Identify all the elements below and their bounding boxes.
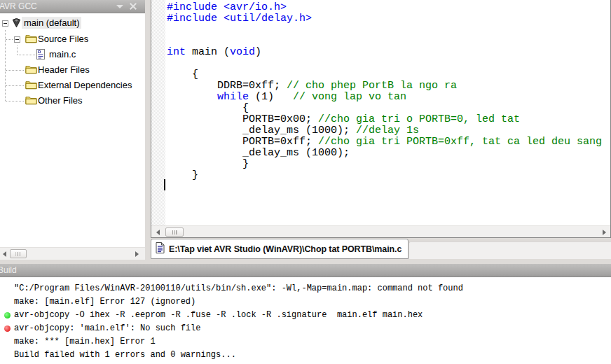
scroll-left-icon[interactable] (3, 251, 6, 257)
scrollbar-thumb[interactable] (10, 249, 27, 258)
status-error-icon (4, 326, 11, 332)
tree-item-label: External Dependencies (36, 79, 134, 91)
code-line: #include <util/delay.h> (167, 13, 610, 24)
code-editor[interactable]: #include <avr/io.h>#include <util/delay.… (165, 0, 610, 225)
tree-item-main-c[interactable]: main.c (0, 47, 145, 62)
code-line: PORTB=0x00; //cho gia tri o PORTB=0, led… (167, 114, 610, 125)
tree-item-source-files[interactable]: Source Files (0, 31, 145, 47)
build-output-line: "C:/Program Files/WinAVR-20100110/utils/… (0, 282, 611, 295)
editor-hscrollbar[interactable] (151, 225, 610, 237)
tree-item-label: main (default) (22, 17, 81, 29)
text-caret (164, 179, 165, 190)
tree-item-header-files[interactable]: Header Files (0, 62, 145, 78)
code-line (167, 24, 610, 36)
build-panel-title: Build (0, 265, 17, 275)
build-output-text: "C:/Program Files/WinAVR-20100110/utils/… (14, 284, 463, 293)
code-line: #include <avr/io.h> (167, 2, 610, 13)
close-icon[interactable] (130, 3, 138, 10)
code-line: } (167, 159, 610, 170)
build-panel-header: Build (0, 264, 611, 277)
scrollbar-thumb[interactable] (165, 227, 184, 237)
tree-item-other-files[interactable]: Other Files (0, 93, 145, 108)
tree-item-label: Source Files (36, 33, 90, 45)
code-line (167, 36, 610, 47)
tree-item-label: main.c (47, 48, 78, 60)
status-ok-icon (4, 312, 11, 318)
project-panel-header: AVR GCC (0, 0, 145, 13)
expander-minus-icon[interactable] (2, 20, 8, 27)
code-line: _delay_ms (1000); (167, 148, 610, 159)
code-line (167, 58, 610, 69)
document-icon (156, 242, 165, 255)
code-line: PORTB=0xff; //cho gia tri PORTB=0xff, ta… (167, 136, 610, 148)
tab-strip-background (409, 241, 611, 259)
tree-item-label: Header Files (36, 64, 92, 76)
expander-minus-icon[interactable] (14, 36, 20, 43)
scroll-right-icon[interactable] (135, 251, 139, 257)
build-output-line: avr-objcopy -O ihex -R .eeprom -R .fuse … (0, 309, 611, 322)
build-output-line: avr-objcopy: 'main.elf': No such file (0, 322, 611, 335)
code-line: { (167, 103, 610, 114)
build-output-line: make: [main.elf] Error 127 (ignored) (0, 295, 611, 309)
tree-item-label: Other Files (36, 94, 85, 106)
editor-tab-row: E:\Tap viet AVR Studio (WinAVR)\Chop tat… (151, 239, 611, 259)
tree-item-main-default[interactable]: main (default) (0, 15, 145, 31)
tree-item-external-dependencies[interactable]: External Dependencies (0, 78, 145, 93)
project-panel-hscrollbar[interactable] (0, 247, 145, 260)
project-tree: main (default)Source Filesmain.cHeader F… (0, 13, 145, 247)
build-output-text: Build failed with 1 errors and 0 warning… (14, 350, 236, 360)
file-tab-main-c[interactable]: E:\Tap viet AVR Studio (WinAVR)\Chop tat… (151, 239, 409, 259)
code-line: } (167, 170, 610, 181)
code-line: while (1) // vong lap vo tan (167, 92, 610, 103)
build-output[interactable]: "C:/Program Files/WinAVR-20100110/utils/… (0, 278, 611, 364)
build-output-line: make: *** [main.hex] Error 1 (0, 335, 611, 349)
code-line: _delay_ms (1000); //delay 1s (167, 125, 610, 136)
editor-window: #include <avr/io.h>#include <util/delay.… (151, 0, 611, 238)
build-output-text: avr-objcopy -O ihex -R .eeprom -R .fuse … (14, 310, 423, 320)
build-output-text: make: [main.elf] Error 127 (ignored) (14, 297, 195, 307)
build-output-text: avr-objcopy: 'main.elf': No such file (14, 323, 200, 333)
dropdown-arrow-icon[interactable] (116, 3, 124, 10)
code-line: { (167, 69, 610, 80)
build-output-text: make: *** [main.hex] Error 1 (14, 337, 156, 346)
project-panel: AVR GCC main (default)Source Filesmain.c… (0, 0, 145, 260)
scroll-right-icon[interactable] (603, 230, 606, 235)
code-line: int main (void) (167, 47, 610, 58)
scroll-left-icon[interactable] (156, 230, 160, 235)
build-output-line: Build failed with 1 errors and 0 warning… (0, 349, 611, 362)
avr-studio-window: AVR GCC main (default)Source Filesmain.c… (0, 0, 611, 364)
project-panel-title: AVR GCC (0, 1, 37, 11)
code-line: DDRB=0xff; // cho phep PortB la ngo ra (167, 80, 610, 92)
build-panel: Build "C:/Program Files/WinAVR-20100110/… (0, 264, 611, 364)
file-tab-label: E:\Tap viet AVR Studio (WinAVR)\Chop tat… (169, 244, 401, 254)
editor-selection-margin[interactable] (151, 0, 165, 225)
